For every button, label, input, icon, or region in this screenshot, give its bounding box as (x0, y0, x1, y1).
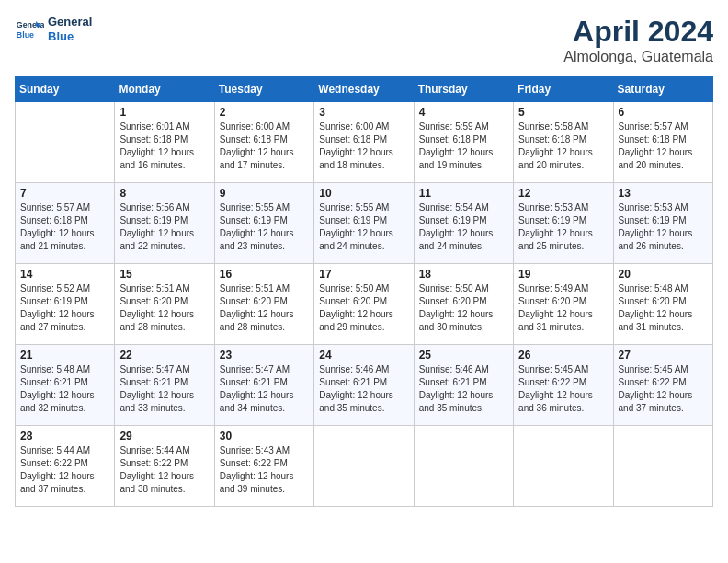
day-number: 25 (419, 349, 508, 362)
day-number: 9 (220, 187, 309, 200)
day-info: Sunrise: 5:54 AM Sunset: 6:19 PM Dayligh… (419, 201, 508, 253)
day-info: Sunrise: 5:43 AM Sunset: 6:22 PM Dayligh… (220, 444, 309, 496)
week-row-5: 28Sunrise: 5:44 AM Sunset: 6:22 PM Dayli… (16, 426, 713, 507)
column-header-tuesday: Tuesday (214, 77, 313, 102)
calendar-cell: 18Sunrise: 5:50 AM Sunset: 6:20 PM Dayli… (414, 264, 513, 345)
day-info: Sunrise: 5:59 AM Sunset: 6:18 PM Dayligh… (419, 121, 508, 172)
calendar-cell: 11Sunrise: 5:54 AM Sunset: 6:19 PM Dayli… (414, 183, 513, 264)
day-number: 5 (518, 106, 608, 119)
day-number: 2 (220, 106, 309, 119)
day-info: Sunrise: 6:01 AM Sunset: 6:18 PM Dayligh… (119, 121, 209, 172)
svg-text:Blue: Blue (17, 30, 34, 40)
day-info: Sunrise: 5:44 AM Sunset: 6:22 PM Dayligh… (20, 444, 109, 496)
day-number: 20 (619, 268, 708, 281)
calendar-cell: 7Sunrise: 5:57 AM Sunset: 6:18 PM Daylig… (16, 183, 115, 264)
calendar-cell: 8Sunrise: 5:56 AM Sunset: 6:19 PM Daylig… (115, 183, 214, 264)
column-header-sunday: Sunday (16, 77, 115, 102)
calendar-cell: 19Sunrise: 5:49 AM Sunset: 6:20 PM Dayli… (514, 264, 613, 345)
calendar-cell (314, 426, 414, 507)
day-number: 11 (419, 187, 508, 200)
day-number: 18 (419, 268, 508, 281)
calendar-cell: 6Sunrise: 5:57 AM Sunset: 6:18 PM Daylig… (613, 102, 712, 183)
week-row-3: 14Sunrise: 5:52 AM Sunset: 6:19 PM Dayli… (16, 264, 713, 345)
calendar-cell: 22Sunrise: 5:47 AM Sunset: 6:21 PM Dayli… (115, 345, 214, 426)
day-number: 4 (419, 106, 508, 119)
logo-icon: General Blue (15, 15, 44, 44)
day-info: Sunrise: 5:51 AM Sunset: 6:20 PM Dayligh… (220, 282, 309, 334)
day-info: Sunrise: 5:57 AM Sunset: 6:18 PM Dayligh… (20, 201, 109, 253)
day-number: 28 (20, 430, 109, 442)
day-info: Sunrise: 5:55 AM Sunset: 6:19 PM Dayligh… (319, 201, 408, 253)
day-number: 1 (119, 106, 209, 119)
day-number: 7 (20, 187, 109, 200)
day-number: 29 (119, 430, 209, 442)
calendar-cell: 27Sunrise: 5:45 AM Sunset: 6:22 PM Dayli… (613, 345, 712, 426)
day-number: 6 (619, 106, 708, 119)
day-number: 22 (119, 349, 209, 362)
calendar-cell: 16Sunrise: 5:51 AM Sunset: 6:20 PM Dayli… (214, 264, 313, 345)
week-row-4: 21Sunrise: 5:48 AM Sunset: 6:21 PM Dayli… (16, 345, 713, 426)
day-number: 30 (220, 430, 309, 442)
calendar-cell: 20Sunrise: 5:48 AM Sunset: 6:20 PM Dayli… (613, 264, 712, 345)
day-number: 10 (319, 187, 408, 200)
day-number: 24 (319, 349, 408, 362)
month-title: April 2024 (563, 15, 713, 49)
day-number: 23 (220, 349, 309, 362)
calendar-cell: 13Sunrise: 5:53 AM Sunset: 6:19 PM Dayli… (613, 183, 712, 264)
day-number: 13 (619, 187, 708, 200)
day-info: Sunrise: 5:50 AM Sunset: 6:20 PM Dayligh… (319, 282, 408, 334)
day-info: Sunrise: 5:45 AM Sunset: 6:22 PM Dayligh… (518, 363, 608, 415)
day-info: Sunrise: 5:44 AM Sunset: 6:22 PM Dayligh… (119, 444, 209, 496)
day-info: Sunrise: 5:58 AM Sunset: 6:18 PM Dayligh… (518, 121, 608, 172)
calendar-cell (16, 102, 115, 183)
day-info: Sunrise: 5:48 AM Sunset: 6:21 PM Dayligh… (20, 363, 109, 415)
day-number: 12 (518, 187, 608, 200)
calendar-cell: 9Sunrise: 5:55 AM Sunset: 6:19 PM Daylig… (214, 183, 313, 264)
day-info: Sunrise: 6:00 AM Sunset: 6:18 PM Dayligh… (220, 121, 309, 172)
day-info: Sunrise: 5:47 AM Sunset: 6:21 PM Dayligh… (119, 363, 209, 415)
column-header-wednesday: Wednesday (314, 77, 414, 102)
calendar-cell: 28Sunrise: 5:44 AM Sunset: 6:22 PM Dayli… (16, 426, 115, 507)
calendar-cell (613, 426, 712, 507)
day-info: Sunrise: 5:53 AM Sunset: 6:19 PM Dayligh… (518, 201, 608, 253)
calendar-cell: 12Sunrise: 5:53 AM Sunset: 6:19 PM Dayli… (514, 183, 613, 264)
calendar-cell: 26Sunrise: 5:45 AM Sunset: 6:22 PM Dayli… (514, 345, 613, 426)
calendar-header-row: SundayMondayTuesdayWednesdayThursdayFrid… (16, 77, 713, 102)
day-info: Sunrise: 5:50 AM Sunset: 6:20 PM Dayligh… (419, 282, 508, 334)
calendar-cell: 17Sunrise: 5:50 AM Sunset: 6:20 PM Dayli… (314, 264, 414, 345)
calendar-cell: 21Sunrise: 5:48 AM Sunset: 6:21 PM Dayli… (16, 345, 115, 426)
column-header-friday: Friday (514, 77, 613, 102)
day-info: Sunrise: 5:46 AM Sunset: 6:21 PM Dayligh… (419, 363, 508, 415)
day-number: 8 (119, 187, 209, 200)
calendar-cell: 29Sunrise: 5:44 AM Sunset: 6:22 PM Dayli… (115, 426, 214, 507)
calendar-cell: 4Sunrise: 5:59 AM Sunset: 6:18 PM Daylig… (414, 102, 513, 183)
calendar-cell (414, 426, 513, 507)
calendar-cell: 24Sunrise: 5:46 AM Sunset: 6:21 PM Dayli… (314, 345, 414, 426)
logo: General Blue General Blue (15, 15, 92, 44)
day-info: Sunrise: 5:47 AM Sunset: 6:21 PM Dayligh… (220, 363, 309, 415)
day-info: Sunrise: 5:56 AM Sunset: 6:19 PM Dayligh… (119, 201, 209, 253)
location-subtitle: Almolonga, Guatemala (563, 49, 713, 65)
calendar-cell: 14Sunrise: 5:52 AM Sunset: 6:19 PM Dayli… (16, 264, 115, 345)
day-number: 15 (119, 268, 209, 281)
day-info: Sunrise: 5:48 AM Sunset: 6:20 PM Dayligh… (619, 282, 708, 334)
calendar-cell: 2Sunrise: 6:00 AM Sunset: 6:18 PM Daylig… (214, 102, 313, 183)
week-row-2: 7Sunrise: 5:57 AM Sunset: 6:18 PM Daylig… (16, 183, 713, 264)
calendar-cell: 30Sunrise: 5:43 AM Sunset: 6:22 PM Dayli… (214, 426, 313, 507)
calendar-cell: 10Sunrise: 5:55 AM Sunset: 6:19 PM Dayli… (314, 183, 414, 264)
column-header-thursday: Thursday (414, 77, 513, 102)
column-header-saturday: Saturday (613, 77, 712, 102)
calendar-table: SundayMondayTuesdayWednesdayThursdayFrid… (15, 76, 713, 507)
calendar-cell: 23Sunrise: 5:47 AM Sunset: 6:21 PM Dayli… (214, 345, 313, 426)
day-info: Sunrise: 5:52 AM Sunset: 6:19 PM Dayligh… (20, 282, 109, 334)
logo-text-line1: General (48, 15, 92, 29)
day-number: 19 (518, 268, 608, 281)
day-info: Sunrise: 6:00 AM Sunset: 6:18 PM Dayligh… (319, 121, 408, 172)
calendar-cell: 25Sunrise: 5:46 AM Sunset: 6:21 PM Dayli… (414, 345, 513, 426)
logo-text-line2: Blue (48, 29, 92, 44)
day-number: 21 (20, 349, 109, 362)
calendar-cell (514, 426, 613, 507)
day-number: 17 (319, 268, 408, 281)
svg-text:General: General (17, 20, 44, 29)
week-row-1: 1Sunrise: 6:01 AM Sunset: 6:18 PM Daylig… (16, 102, 713, 183)
